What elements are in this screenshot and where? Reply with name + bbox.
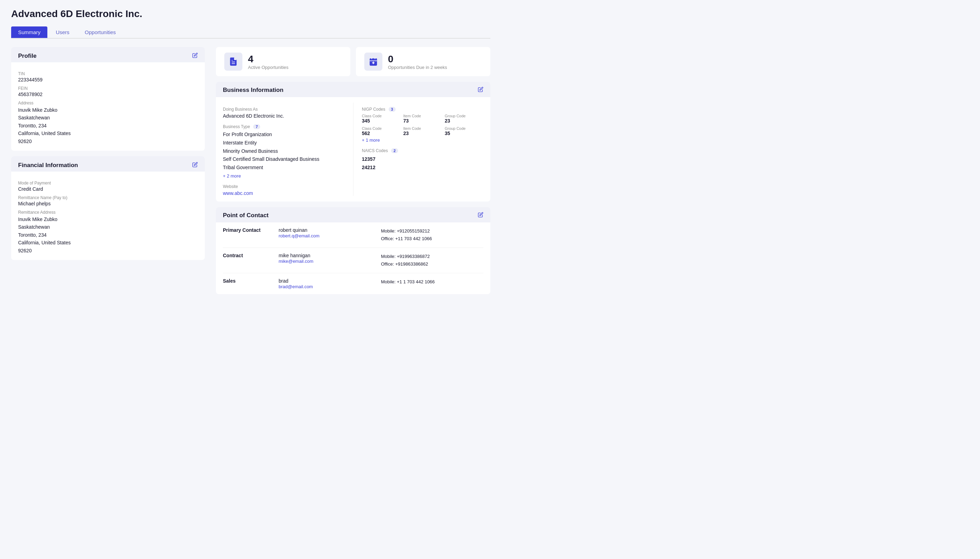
poc-edit-icon[interactable] — [478, 212, 483, 219]
tab-users[interactable]: Users — [49, 26, 76, 38]
tin-label: TIN — [18, 71, 198, 76]
poc-name-primary: robert quinan — [279, 227, 381, 233]
list-item: Tribal Government — [223, 164, 345, 172]
list-item: For Profit Organization — [223, 131, 345, 139]
business-type-label: Business Type 7 — [223, 124, 345, 129]
poc-role-sales: Sales — [223, 278, 279, 284]
poc-info-primary: robert quinan robert.q@email.com — [279, 227, 381, 238]
poc-body: Primary Contact robert quinan robert.q@e… — [216, 222, 490, 294]
financial-header: Financial Information — [11, 156, 205, 172]
opp-due-label: Opportunities Due in 2 weeks — [388, 65, 447, 70]
poc-header: Point of Contact — [216, 207, 490, 222]
financial-card: Financial Information Mode of Payment Cr… — [11, 156, 205, 260]
poc-title: Point of Contact — [223, 212, 268, 219]
business-info-body: Doing Business As Advanced 6D Electronic… — [216, 97, 490, 202]
active-opp-info: 4 Active Opportunities — [248, 54, 288, 70]
poc-row-sales: Sales brad brad@email.com Mobile: +1 1 7… — [223, 273, 483, 294]
payment-label: Mode of Payment — [18, 181, 198, 185]
nigp-item-code-2: Item Code 23 — [403, 126, 442, 136]
active-opp-icon-box — [224, 53, 242, 71]
tab-summary[interactable]: Summary — [11, 26, 47, 38]
poc-email-primary[interactable]: robert.q@email.com — [279, 233, 319, 238]
opp-due-stat: 0 Opportunities Due in 2 weeks — [356, 47, 490, 76]
poc-role-contract: Contract — [223, 253, 279, 258]
business-info-left: Doing Business As Advanced 6D Electronic… — [223, 103, 353, 196]
stat-cards: 4 Active Opportunities — [216, 47, 490, 76]
document-icon — [228, 57, 238, 66]
nigp-group-code-2: Group Code 35 — [445, 126, 483, 136]
tab-opportunities[interactable]: Opportunities — [78, 26, 122, 38]
calendar-icon — [368, 57, 378, 66]
nigp-class-code-2: Class Code 562 — [362, 126, 401, 136]
active-opportunities-stat: 4 Active Opportunities — [216, 47, 350, 76]
business-type-badge: 7 — [253, 124, 260, 129]
business-info-card: Business Information Doing Business As A… — [216, 82, 490, 202]
remittance-address-value: Inuvik Mike Zubko Saskatchewan Torontto,… — [18, 215, 198, 255]
tab-bar: Summary Users Opportunities — [11, 26, 490, 39]
tin-value: 223344559 — [18, 77, 198, 83]
opp-due-info: 0 Opportunities Due in 2 weeks — [388, 54, 447, 70]
poc-name-contract: mike hannigan — [279, 253, 381, 258]
dba-label: Doing Business As — [223, 107, 345, 112]
list-item: Minority Owned Business — [223, 147, 345, 155]
poc-info-contract: mike hannigan mike@email.com — [279, 253, 381, 264]
financial-title: Financial Information — [18, 162, 78, 169]
poc-email-sales[interactable]: brad@email.com — [279, 284, 313, 289]
naics-values: 12357 24212 — [362, 155, 483, 172]
active-opp-label: Active Opportunities — [248, 65, 288, 70]
naics-value-2: 24212 — [362, 164, 483, 172]
nigp-row-1: Class Code 345 Item Code 73 Group Code 2… — [362, 114, 483, 124]
business-type-list: For Profit Organization Interstate Entit… — [223, 131, 345, 172]
fein-label: FEIN — [18, 86, 198, 91]
poc-email-contract[interactable]: mike@email.com — [279, 259, 313, 264]
naics-badge: 2 — [391, 148, 398, 153]
poc-phone-sales: Mobile: +1 1 703 442 1066 — [381, 278, 483, 286]
nigp-group-code-1: Group Code 23 — [445, 114, 483, 124]
payment-value: Credit Card — [18, 186, 198, 192]
profile-edit-icon[interactable] — [192, 53, 198, 60]
business-info-title: Business Information — [223, 87, 283, 94]
poc-info-sales: brad brad@email.com — [279, 278, 381, 289]
nigp-item-code-1: Item Code 73 — [403, 114, 442, 124]
business-info-right: NIGP Codes 3 Class Code 345 Item Code — [353, 103, 483, 196]
address-label: Address — [18, 101, 198, 106]
naics-label: NAICS Codes 2 — [362, 148, 483, 153]
nigp-row-2: Class Code 562 Item Code 23 Group Code 3… — [362, 126, 483, 136]
right-panel: 4 Active Opportunities — [213, 47, 490, 300]
profile-title: Profile — [18, 53, 36, 60]
poc-role-primary: Primary Contact — [223, 227, 279, 233]
website-label: Website — [223, 184, 345, 189]
nigp-label: NIGP Codes 3 — [362, 107, 483, 112]
business-info-header: Business Information — [216, 82, 490, 97]
poc-phone-primary: Mobile: +912055159212 Office: +11 703 44… — [381, 227, 483, 243]
fein-value: 456378902 — [18, 91, 198, 97]
nigp-badge: 3 — [389, 107, 396, 112]
dba-value: Advanced 6D Electronic Inc. — [223, 113, 345, 119]
address-value: Inuvik Mike Zubko Saskatchewan Torontto,… — [18, 106, 198, 145]
remittance-address-label: Remittance Address — [18, 210, 198, 215]
naics-value-1: 12357 — [362, 155, 483, 164]
active-opp-number: 4 — [248, 54, 288, 65]
poc-row-primary: Primary Contact robert quinan robert.q@e… — [223, 222, 483, 248]
poc-row-contract: Contract mike hannigan mike@email.com Mo… — [223, 248, 483, 273]
profile-card: Profile TIN 223344559 FEIN 456378902 Add… — [11, 47, 205, 151]
remittance-name-label: Remittance Name (Pay to) — [18, 195, 198, 200]
profile-body: TIN 223344559 FEIN 456378902 Address Inu… — [11, 62, 205, 151]
nigp-more-link[interactable]: + 1 more — [362, 137, 380, 143]
business-info-edit-icon[interactable] — [478, 87, 483, 94]
poc-card: Point of Contact Primary Contact robert … — [216, 207, 490, 294]
remittance-name-value: Michael phelps — [18, 201, 198, 207]
website-link[interactable]: www.abc.com — [223, 190, 253, 196]
list-item: Interstate Entity — [223, 139, 345, 147]
opp-due-icon-box — [364, 53, 382, 71]
poc-phone-contract: Mobile: +919963386872 Office: +919863386… — [381, 253, 483, 268]
left-panel: Profile TIN 223344559 FEIN 456378902 Add… — [11, 47, 213, 300]
business-type-more-link[interactable]: + 2 more — [223, 173, 241, 179]
poc-name-sales: brad — [279, 278, 381, 284]
opp-due-number: 0 — [388, 54, 447, 65]
nigp-class-code-1: Class Code 345 — [362, 114, 401, 124]
profile-header: Profile — [11, 47, 205, 62]
page-title: Advanced 6D Electronic Inc. — [11, 8, 490, 20]
financial-edit-icon[interactable] — [192, 162, 198, 169]
list-item: Self Certified Small Disadvantaged Busin… — [223, 155, 345, 164]
